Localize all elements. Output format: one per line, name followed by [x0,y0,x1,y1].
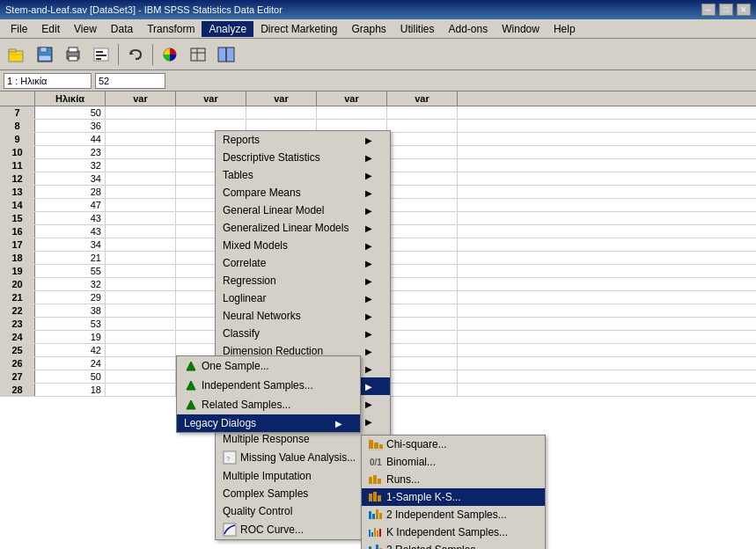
compare-arrow: ▶ [365,188,372,198]
menu-legacy-dialogs[interactable]: Legacy Dialogs ▶ [177,414,360,432]
menu-graphs[interactable]: Graphs [344,21,393,37]
grid-header: Ηλικία var var var var var [0,92,756,106]
svg-rect-11 [96,58,101,60]
svg-rect-40 [376,509,378,519]
menu-general-linear-model[interactable]: General Linear Model ▶ [216,201,390,219]
menu-transform[interactable]: Transform [140,21,202,37]
compare-means-label: Compare Means [223,187,301,199]
menu-binomial[interactable]: 0/1 Binomial... [362,453,545,471]
cell-7-var4[interactable] [317,106,387,119]
cell-7-var5[interactable] [387,106,458,119]
cell-7-var2[interactable] [176,106,246,119]
menu-utilities[interactable]: Utilities [393,21,442,37]
menu-mixed-models[interactable]: Mixed Models ▶ [216,237,390,254]
main-area: Ηλικία var var var var var 7 50 8 36 [0,92,756,549]
cell-7-ilikia[interactable]: 50 [35,106,106,119]
binomial-icon: 0/1 [369,456,383,468]
svg-marker-25 [187,400,195,409]
var-value-input[interactable] [95,73,165,89]
2-related-samples-icon [369,544,383,549]
menu-add-ons[interactable]: Add-ons [442,21,495,37]
svg-rect-46 [379,529,381,537]
col-header-var2[interactable]: var [176,92,246,106]
menu-data[interactable]: Data [104,21,140,37]
2-independent-samples-icon [369,509,383,521]
menu-help[interactable]: Help [547,21,583,37]
menu-descriptive-statistics[interactable]: Descriptive Statistics ▶ [216,149,390,166]
app-title: Stem-and-Leaf.sav [DataSet3] - IBM SPSS … [5,4,283,15]
menu-2-related-samples[interactable]: 2 Related Samples... [362,541,545,549]
chart-button[interactable] [157,42,183,67]
col-header-var1[interactable]: var [106,92,176,106]
print-button[interactable] [60,42,86,67]
general-arrow: ▶ [365,206,372,216]
svg-rect-0 [9,51,23,62]
independent-samples-label: Independent Samples... [202,379,313,392]
menu-analyze[interactable]: Analyze [202,21,253,37]
menu-one-sample[interactable]: One Sample... [177,356,360,376]
menu-reports[interactable]: Reports ▶ [216,131,390,149]
menu-generalized-linear-models[interactable]: Generalized Linear Models ▶ [216,219,390,237]
open-button[interactable] [4,42,30,67]
menu-loglinear[interactable]: Loglinear ▶ [216,289,390,307]
tables-label: Tables [223,169,253,181]
menu-direct-marketing[interactable]: Direct Marketing [253,21,344,37]
cell-8-ilikia[interactable]: 36 [35,120,106,132]
cell-7-var1[interactable] [106,106,176,119]
col-header-ilikia[interactable]: Ηλικία [35,92,106,106]
table-icon [189,47,207,62]
maximize-button[interactable]: □ [719,4,733,16]
dialog-recall-button[interactable] [88,42,114,67]
reports-label: Reports [223,134,260,146]
chart-icon [161,47,179,62]
minimize-button[interactable]: ─ [701,4,716,16]
svg-rect-34 [378,479,381,484]
mixed-models-label: Mixed Models [223,239,288,252]
menu-view[interactable]: View [67,21,104,37]
menu-independent-samples[interactable]: Independent Samples... [177,376,360,395]
neural-arrow: ▶ [365,311,372,321]
col-header-var4[interactable]: var [317,92,387,106]
menu-regression[interactable]: Regression ▶ [216,272,390,289]
roc-curve-icon [223,523,237,537]
menu-chi-square[interactable]: Chi-square... [362,436,545,453]
related-samples-icon [184,398,198,412]
legacy-dialogs-submenu: Chi-square... 0/1 Binomial... [361,435,546,549]
1-sample-ks-icon [369,491,383,503]
menu-neural-networks[interactable]: Neural Networks ▶ [216,307,390,325]
undo-button[interactable] [122,42,149,67]
menu-1-sample-ks[interactable]: 1-Sample K-S... [362,488,545,506]
split-icon [217,47,235,62]
menu-window[interactable]: Window [495,21,547,37]
save-button[interactable] [32,42,58,67]
menu-runs[interactable]: Runs... [362,471,545,488]
menu-classify[interactable]: Classify ▶ [216,325,390,342]
regression-label: Regression [223,274,276,287]
col-header-var3[interactable]: var [246,92,317,106]
k-independent-samples-icon [369,526,383,538]
2-independent-samples-label: 2 Independent Samples... [386,509,507,521]
legacy-dialogs-label: Legacy Dialogs [184,417,256,429]
var-name-input[interactable] [4,73,92,89]
table-row[interactable]: 7 50 [0,106,756,120]
menu-file[interactable]: File [4,21,34,37]
window-controls: ─ □ ✕ [701,4,751,16]
cell-7-var3[interactable] [246,106,317,119]
menu-2-independent-samples[interactable]: 2 Independent Samples... [362,506,545,523]
menu-edit[interactable]: Edit [34,21,67,37]
dimension-arrow: ▶ [365,347,372,356]
split-button[interactable] [213,42,239,67]
runs-icon [369,473,383,486]
menu-compare-means[interactable]: Compare Means ▶ [216,184,390,201]
missing-value-icon: ? [223,450,237,465]
menu-related-samples[interactable]: Related Samples... [177,395,360,414]
menu-correlate[interactable]: Correlate ▶ [216,254,390,272]
menu-tables[interactable]: Tables ▶ [216,166,390,184]
col-header-var5[interactable]: var [387,92,458,106]
chi-square-label: Chi-square... [386,438,447,450]
dialog-icon [92,47,110,62]
close-button[interactable]: ✕ [737,4,751,16]
svg-rect-38 [369,511,371,519]
table-button[interactable] [185,42,211,67]
menu-k-independent-samples[interactable]: K Independent Samples... [362,523,545,541]
